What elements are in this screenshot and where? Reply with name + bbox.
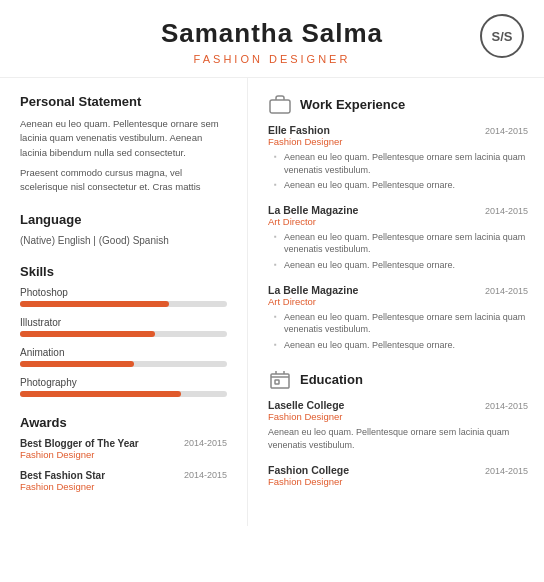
- skill-bar-fill: [20, 391, 181, 397]
- work-item-3: La Belle Magazine 2014-2015 Art Director…: [268, 284, 528, 352]
- work-section-header: Work Experience: [268, 92, 528, 116]
- skills-heading: Skills: [20, 264, 227, 279]
- work-bullets: Aenean eu leo quam. Pellentesque ornare …: [268, 231, 528, 272]
- work-year: 2014-2015: [485, 126, 528, 136]
- award-row: Best Blogger of The Year 2014-2015: [20, 438, 227, 449]
- education-icon: [268, 367, 292, 391]
- award-item-2: Best Fashion Star 2014-2015 Fashion Desi…: [20, 470, 227, 492]
- skill-bar-fill: [20, 301, 169, 307]
- award-role: Fashion Designer: [20, 481, 227, 492]
- header: S/S Samantha Salma FASHION DESIGNER: [0, 0, 544, 78]
- language-text: (Native) English | (Good) Spanish: [20, 235, 227, 246]
- awards-heading: Awards: [20, 415, 227, 430]
- skill-bar-fill: [20, 331, 155, 337]
- skill-photography: Photography: [20, 377, 227, 397]
- bullet-item: Aenean eu leo quam. Pellentesque ornare.: [274, 259, 528, 272]
- skill-bar-bg: [20, 301, 227, 307]
- skill-bar-bg: [20, 361, 227, 367]
- personal-statement-p1: Aenean eu leo quam. Pellentesque ornare …: [20, 117, 227, 160]
- work-experience-section: Work Experience Elle Fashion 2014-2015 F…: [268, 92, 528, 351]
- award-item-1: Best Blogger of The Year 2014-2015 Fashi…: [20, 438, 227, 460]
- resume-page: S/S Samantha Salma FASHION DESIGNER Pers…: [0, 0, 544, 526]
- work-year: 2014-2015: [485, 286, 528, 296]
- edu-year: 2014-2015: [485, 466, 528, 476]
- svg-rect-1: [271, 374, 289, 388]
- work-company: La Belle Magazine: [268, 284, 358, 296]
- award-role: Fashion Designer: [20, 449, 227, 460]
- work-bullets: Aenean eu leo quam. Pellentesque ornare …: [268, 311, 528, 352]
- edu-item-1: Laselle College 2014-2015 Fashion Design…: [268, 399, 528, 451]
- skill-name: Animation: [20, 347, 227, 358]
- briefcase-icon: [268, 92, 292, 116]
- bullet-item: Aenean eu leo quam. Pellentesque ornare.: [274, 179, 528, 192]
- edu-item-2: Fashion College 2014-2015 Fashion Design…: [268, 464, 528, 487]
- bullet-item: Aenean eu leo quam. Pellentesque ornare …: [274, 311, 528, 336]
- skills-section: Skills Photoshop Illustrator Animation: [20, 264, 227, 397]
- award-row: Best Fashion Star 2014-2015: [20, 470, 227, 481]
- awards-section: Awards Best Blogger of The Year 2014-201…: [20, 415, 227, 492]
- award-name: Best Blogger of The Year: [20, 438, 139, 449]
- skill-animation: Animation: [20, 347, 227, 367]
- edu-college: Fashion College: [268, 464, 349, 476]
- edu-role: Fashion Designer: [268, 411, 528, 422]
- work-role: Fashion Designer: [268, 136, 528, 147]
- work-row: La Belle Magazine 2014-2015: [268, 204, 528, 216]
- left-column: Personal Statement Aenean eu leo quam. P…: [0, 78, 248, 526]
- content-area: Personal Statement Aenean eu leo quam. P…: [0, 78, 544, 526]
- svg-rect-2: [275, 380, 279, 384]
- skill-illustrator: Illustrator: [20, 317, 227, 337]
- work-row: Elle Fashion 2014-2015: [268, 124, 528, 136]
- work-role: Art Director: [268, 296, 528, 307]
- work-year: 2014-2015: [485, 206, 528, 216]
- bullet-item: Aenean eu leo quam. Pellentesque ornare …: [274, 231, 528, 256]
- language-heading: Language: [20, 212, 227, 227]
- header-title: FASHION DESIGNER: [20, 53, 524, 65]
- edu-year: 2014-2015: [485, 401, 528, 411]
- skill-name: Illustrator: [20, 317, 227, 328]
- edu-college: Laselle College: [268, 399, 344, 411]
- skill-bar-bg: [20, 391, 227, 397]
- edu-role: Fashion Designer: [268, 476, 528, 487]
- edu-row: Laselle College 2014-2015: [268, 399, 528, 411]
- svg-rect-0: [270, 100, 290, 113]
- work-bullets: Aenean eu leo quam. Pellentesque ornare …: [268, 151, 528, 192]
- personal-statement-p2: Praesent commodo cursus magna, vel scele…: [20, 166, 227, 195]
- award-year: 2014-2015: [184, 470, 227, 480]
- right-column: Work Experience Elle Fashion 2014-2015 F…: [248, 78, 544, 526]
- skill-bar-fill: [20, 361, 134, 367]
- work-row: La Belle Magazine 2014-2015: [268, 284, 528, 296]
- education-heading: Education: [300, 372, 363, 387]
- personal-statement-section: Personal Statement Aenean eu leo quam. P…: [20, 94, 227, 194]
- work-experience-heading: Work Experience: [300, 97, 405, 112]
- award-year: 2014-2015: [184, 438, 227, 448]
- language-section: Language (Native) English | (Good) Spani…: [20, 212, 227, 246]
- work-item-1: Elle Fashion 2014-2015 Fashion Designer …: [268, 124, 528, 192]
- work-company: Elle Fashion: [268, 124, 330, 136]
- work-item-2: La Belle Magazine 2014-2015 Art Director…: [268, 204, 528, 272]
- work-company: La Belle Magazine: [268, 204, 358, 216]
- skill-name: Photography: [20, 377, 227, 388]
- edu-section-header: Education: [268, 367, 528, 391]
- skill-bar-bg: [20, 331, 227, 337]
- award-name: Best Fashion Star: [20, 470, 105, 481]
- skill-name: Photoshop: [20, 287, 227, 298]
- skill-photoshop: Photoshop: [20, 287, 227, 307]
- header-name: Samantha Salma: [20, 18, 524, 49]
- bullet-item: Aenean eu leo quam. Pellentesque ornare …: [274, 151, 528, 176]
- avatar: S/S: [480, 14, 524, 58]
- edu-row: Fashion College 2014-2015: [268, 464, 528, 476]
- personal-statement-heading: Personal Statement: [20, 94, 227, 109]
- education-section: Education Laselle College 2014-2015 Fash…: [268, 367, 528, 486]
- work-role: Art Director: [268, 216, 528, 227]
- edu-description: Aenean eu leo quam. Pellentesque ornare …: [268, 426, 528, 451]
- bullet-item: Aenean eu leo quam. Pellentesque ornare.: [274, 339, 528, 352]
